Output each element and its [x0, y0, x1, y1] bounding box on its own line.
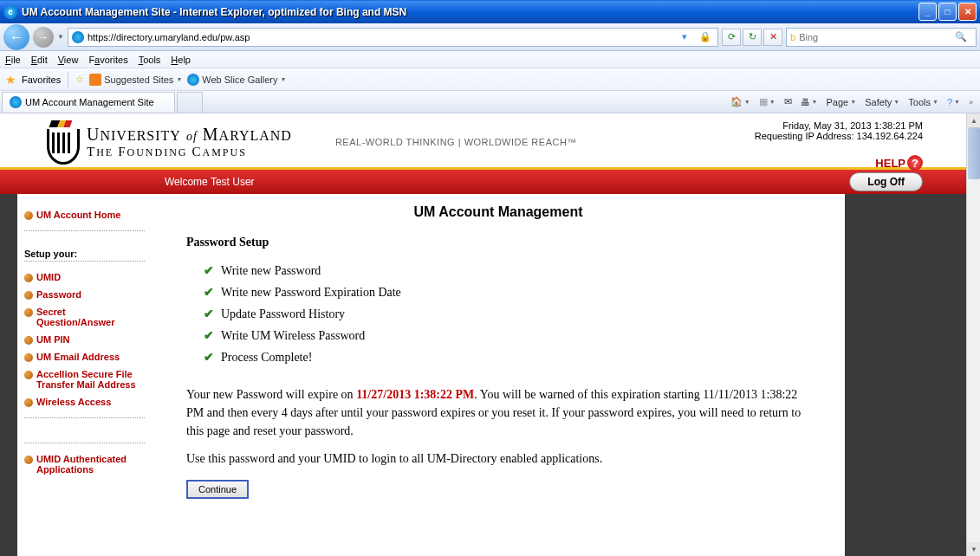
- divider: [24, 230, 145, 231]
- maximize-button[interactable]: □: [938, 3, 957, 21]
- sidebar-um-pin[interactable]: UM PIN: [24, 331, 145, 348]
- favorites-label[interactable]: Favorites: [22, 74, 61, 85]
- check-item: ✔Update Password History: [204, 303, 810, 325]
- menu-bar: File Edit View Favorites Tools Help: [0, 51, 980, 68]
- sidebar-umid[interactable]: UMID: [24, 268, 145, 286]
- navigation-toolbar: ← → ▼ ▾ 🔒 ⟳ ↻ ✕ b 🔍: [0, 23, 980, 51]
- search-button[interactable]: 🔍: [955, 31, 972, 42]
- sidebar-home[interactable]: UM Account Home: [24, 206, 145, 223]
- menu-tools[interactable]: Tools: [139, 55, 161, 65]
- logoff-button[interactable]: Log Off: [849, 172, 923, 191]
- web-slice-link[interactable]: Web Slice Gallery ▼: [187, 74, 286, 86]
- forward-button[interactable]: →: [33, 27, 54, 48]
- sidebar-secret-question[interactable]: Secret Question/Answer: [24, 303, 145, 331]
- scrollbar[interactable]: ▲ ▼: [966, 113, 980, 556]
- university-logo: UNIVERSITY of MARYLAND THE FOUNDING CAMP…: [43, 120, 292, 164]
- history-dropdown[interactable]: ▼: [57, 33, 64, 41]
- datetime-label: Friday, May 31, 2013 1:38:21 PM: [755, 120, 923, 131]
- check-icon: ✔: [204, 263, 214, 278]
- page-viewport: ▲ ▼ UNIVERSITY of MARYLAND THE FOUNDING …: [0, 113, 980, 556]
- content-wrapper: UM Account Home Setup your: UMID Passwor…: [0, 194, 966, 556]
- page-icon: [72, 31, 84, 43]
- page-body: UNIVERSITY of MARYLAND THE FOUNDING CAMP…: [0, 113, 966, 556]
- tab-favicon: [10, 96, 22, 108]
- bullet-icon: [24, 308, 33, 317]
- browser-tab[interactable]: UM Account Management Site: [2, 92, 175, 113]
- suggested-icon: [89, 74, 101, 86]
- sidebar-accellion[interactable]: Accellion Secure File Transfer Mail Addr…: [24, 365, 145, 393]
- sidebar-um-email[interactable]: UM Email Address: [24, 348, 145, 365]
- search-input[interactable]: [799, 32, 951, 42]
- sidebar-umid-apps[interactable]: UMID Authenticated Applications: [24, 450, 145, 478]
- help-button[interactable]: ?▼: [947, 97, 960, 107]
- bing-icon: b: [790, 32, 795, 42]
- feeds-button[interactable]: ▦▼: [759, 96, 776, 107]
- sidebar-password[interactable]: Password: [24, 286, 145, 303]
- menu-view[interactable]: View: [58, 55, 79, 65]
- url-input[interactable]: [88, 32, 672, 42]
- help-link[interactable]: HELP ?: [875, 155, 923, 171]
- bullet-icon: [24, 456, 33, 464]
- page-header: UNIVERSITY of MARYLAND THE FOUNDING CAMP…: [0, 113, 966, 167]
- chevron-icon[interactable]: »: [969, 98, 973, 107]
- tab-title: UM Account Management Site: [25, 97, 154, 107]
- nav-tool-icons: ⟳ ↻ ✕: [722, 29, 782, 46]
- bullet-icon: [24, 398, 33, 407]
- bullet-icon: [24, 371, 33, 379]
- main-content: UM Account Home Setup your: UMID Passwor…: [17, 194, 845, 556]
- sidebar-nav: UM Account Home Setup your: UMID Passwor…: [17, 194, 152, 556]
- scroll-thumb[interactable]: [968, 127, 980, 179]
- compat-view-button[interactable]: ⟳: [722, 29, 741, 46]
- refresh-button[interactable]: ↻: [743, 29, 762, 46]
- tagline: REAL-WORLD THINKING | WORLDWIDE REACH™: [335, 137, 577, 147]
- check-item: ✔Write new Password Expiration Date: [204, 281, 810, 303]
- logo-mark-icon: [43, 120, 78, 164]
- expiration-notice: Your new Password will expire on 11/27/2…: [186, 385, 810, 440]
- menu-help[interactable]: Help: [171, 55, 191, 65]
- suggested-sites-link[interactable]: Suggested Sites ▼: [89, 74, 182, 86]
- login-note: Use this password and your UMID to login…: [186, 452, 810, 466]
- add-favorite-icon[interactable]: ☆: [75, 74, 84, 85]
- header-info: Friday, May 31, 2013 1:38:21 PM Requesti…: [755, 120, 923, 171]
- lock-icon[interactable]: 🔒: [697, 29, 714, 45]
- close-button[interactable]: ✕: [958, 3, 977, 21]
- address-bar[interactable]: ▾ 🔒: [68, 28, 718, 47]
- bullet-icon: [24, 211, 33, 220]
- ie-icon: e: [3, 5, 17, 19]
- ip-label: Requesting IP Address: 134.192.64.224: [755, 131, 923, 141]
- bullet-icon: [24, 274, 33, 282]
- favorites-star-icon[interactable]: ★: [5, 73, 16, 87]
- back-button[interactable]: ←: [3, 24, 29, 50]
- window-buttons: _ □ ✕: [918, 3, 977, 21]
- bullet-icon: [24, 336, 33, 345]
- new-tab-button[interactable]: [177, 92, 203, 113]
- tools-menu[interactable]: Tools▼: [908, 97, 938, 107]
- continue-button[interactable]: Continue: [186, 480, 249, 499]
- safety-menu[interactable]: Safety▼: [865, 97, 899, 107]
- home-button[interactable]: 🏠▼: [730, 96, 750, 107]
- content-area: UM Account Management Password Setup ✔Wr…: [152, 194, 845, 556]
- address-dropdown[interactable]: ▾: [676, 29, 693, 45]
- scroll-up-arrow[interactable]: ▲: [967, 113, 980, 127]
- logo-line2: THE FOUNDING CAMPUS: [87, 145, 292, 159]
- read-mail-button[interactable]: ✉: [784, 96, 792, 107]
- divider: [24, 443, 145, 443]
- suggested-sites-label: Suggested Sites: [104, 74, 173, 85]
- welcome-text: Welcome Test User: [165, 176, 255, 188]
- minimize-button[interactable]: _: [918, 3, 937, 21]
- menu-favorites[interactable]: Favorites: [88, 55, 127, 65]
- web-slice-label: Web Slice Gallery: [202, 74, 277, 85]
- search-box[interactable]: b 🔍: [786, 28, 977, 47]
- check-item: ✔Process Complete!: [204, 346, 810, 368]
- page-heading: UM Account Management: [186, 204, 810, 220]
- menu-edit[interactable]: Edit: [31, 55, 48, 65]
- favorites-bar: ★ Favorites ☆ Suggested Sites ▼ Web Slic…: [0, 68, 980, 91]
- sidebar-wireless[interactable]: Wireless Access: [24, 393, 145, 411]
- command-bar: 🏠▼ ▦▼ ✉ 🖶▼ Page▼ Safety▼ Tools▼ ?▼ »: [724, 96, 980, 107]
- scroll-down-arrow[interactable]: ▼: [967, 542, 980, 556]
- print-button[interactable]: 🖶▼: [801, 97, 818, 107]
- check-icon: ✔: [204, 328, 214, 343]
- stop-button[interactable]: ✕: [763, 29, 782, 46]
- page-menu[interactable]: Page▼: [827, 97, 857, 107]
- menu-file[interactable]: File: [5, 55, 21, 65]
